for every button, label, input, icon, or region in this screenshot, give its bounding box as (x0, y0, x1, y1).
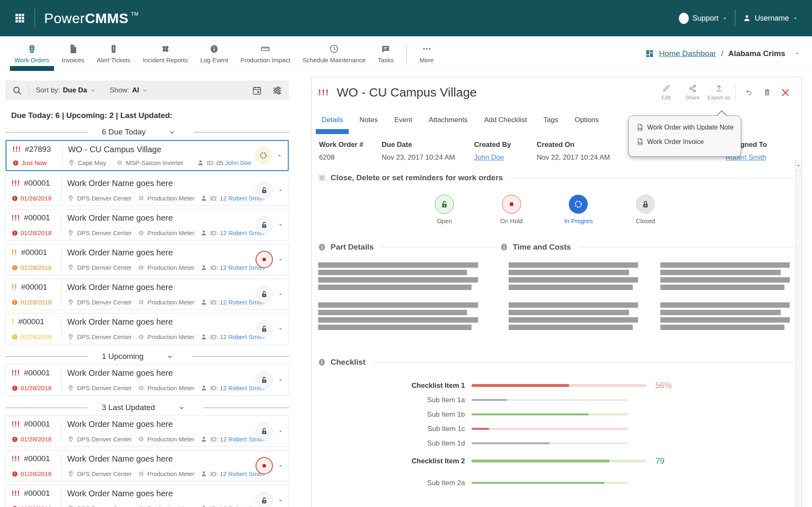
export-as-button[interactable]: Export as (706, 84, 732, 101)
work-order-title: Work Order Name goes here (67, 213, 252, 223)
work-order-card[interactable]: !!!#27893Just NowWO - CU Campus VillageC… (5, 140, 289, 171)
nav-item-alert-tickets[interactable]: Alert Tickets (91, 36, 137, 71)
close-button[interactable] (776, 87, 795, 98)
alert-badge-icon (12, 160, 19, 166)
work-order-card[interactable]: !!#0000101/28/2018Work Order Name goes h… (5, 278, 289, 310)
tab-tags[interactable]: Tags (543, 116, 558, 126)
work-order-card[interactable]: !#0000101/28/2018Work Order Name goes he… (5, 313, 289, 344)
sort-by-dropdown[interactable]: Sort by: Due Da (36, 86, 96, 94)
nav-item-log-event[interactable]: Log Event (194, 36, 235, 71)
user-menu[interactable]: Username (743, 14, 798, 23)
due-date-text: 01/28/2018 (21, 470, 52, 477)
group-header[interactable]: 6 Due Today (5, 124, 289, 140)
on-hold-icon[interactable] (256, 251, 273, 268)
priority-indicator: !! (12, 283, 17, 292)
detail-scrollbar[interactable] (795, 160, 801, 507)
work-order-title: Work Order Name goes here (67, 179, 252, 188)
calendar-icon[interactable] (252, 85, 262, 96)
field-value[interactable]: John Doe (474, 153, 537, 162)
tab-notes[interactable]: Notes (359, 116, 378, 126)
meter-icon (138, 264, 145, 271)
skeleton-bar (509, 285, 633, 290)
work-order-card[interactable]: !!!#0000101/28/2018Work Order Name goes … (5, 415, 289, 447)
nav-label: Alert Tickets (97, 57, 131, 64)
work-order-card[interactable]: !!!#0000101/28/2018Work Order Name goes … (5, 485, 289, 507)
tab-attachments[interactable]: Attachments (429, 116, 468, 126)
edit-button[interactable]: Edit (653, 84, 679, 101)
nav-item-invoices[interactable]: Invoices (56, 36, 91, 71)
scroll-up-arrow[interactable] (796, 160, 801, 171)
person-icon (197, 159, 204, 166)
caret-down-icon (277, 257, 284, 263)
pin-icon (67, 436, 74, 443)
export-menu-item[interactable]: PDFWork Order with Update Note (636, 123, 733, 131)
detail-two-column-headers: Part Details Time and Costs (317, 243, 795, 252)
undo-button[interactable] (739, 88, 758, 97)
lock-open-icon[interactable] (256, 320, 273, 337)
work-order-card[interactable]: !!!#0000101/28/2018Work Order Name goes … (5, 209, 289, 241)
meter-icon (138, 384, 145, 391)
group-header[interactable]: 1 Upcoming (5, 349, 289, 364)
nav-item-tasks[interactable]: Tasks (372, 36, 400, 71)
tool-label: Export as (708, 94, 730, 101)
status-inprogress-button[interactable]: In Progres (559, 195, 597, 224)
nav-label: Log Event (200, 57, 228, 64)
tab-add-checklist[interactable]: Add Checklist (484, 116, 527, 126)
work-order-card[interactable]: !!!#0000101/28/2018Work Order Name goes … (5, 450, 289, 481)
lock-open-icon[interactable] (256, 492, 273, 507)
location-text: DPS Denver Center (77, 299, 132, 306)
nav-label: Incident Reports (143, 57, 188, 64)
field-value: Nov 22, 2017 10:24 AM (537, 153, 628, 162)
tab-event[interactable]: Event (394, 116, 412, 126)
nav-item-work-orders[interactable]: Work Orders (8, 36, 56, 71)
due-date: Just Now (12, 159, 57, 166)
card-divider (61, 489, 62, 507)
person-icon (200, 333, 207, 340)
nav-item-schedule-maintenance[interactable]: Schedule Maintenance (296, 36, 372, 71)
lock-open-icon[interactable] (256, 285, 273, 303)
status-onhold-button[interactable]: On Hold (493, 195, 530, 224)
header-vertical-separator (735, 9, 735, 27)
chevron-down-icon (169, 129, 176, 136)
trash-button[interactable] (758, 88, 776, 97)
status-closed-button[interactable]: Closed (627, 195, 664, 224)
app-header: PowerCMMSTM Support Username (0, 0, 812, 36)
tab-options[interactable]: Options (575, 116, 599, 126)
lock-open-icon[interactable] (256, 371, 273, 389)
lock-open-icon[interactable] (256, 216, 273, 233)
nav-item-production-impact[interactable]: Production Impact (234, 36, 296, 71)
app-launcher-grid-icon[interactable] (14, 12, 26, 24)
status-open-button[interactable]: Open (425, 195, 463, 224)
card-divider (61, 283, 62, 306)
assignee-link[interactable]: John Doe (225, 159, 251, 166)
skeleton-bar (318, 317, 478, 323)
group-label: 1 Upcoming (102, 352, 143, 361)
filter-sliders-icon[interactable] (272, 85, 282, 96)
search-icon[interactable] (12, 85, 22, 96)
list-summary: Due Today: 6 | Upcoming: 2 | Last Update… (11, 111, 289, 120)
export-menu-item[interactable]: PDFWork Order Invoice (636, 138, 733, 146)
show-dropdown[interactable]: Show: Al (110, 86, 148, 94)
on-hold-icon[interactable] (256, 457, 273, 474)
work-order-card[interactable]: !!!#0000101/28/2018Work Order Name goes … (5, 175, 289, 206)
caret-down-icon[interactable] (794, 50, 800, 57)
nav-item-more[interactable]: More (413, 36, 440, 71)
support-menu[interactable]: Support (679, 13, 728, 24)
group-header[interactable]: 3 Last Updated (5, 400, 289, 415)
in-progress-icon[interactable] (255, 147, 272, 164)
breadcrumb-home-link[interactable]: Home Dashboar (659, 49, 716, 58)
tab-details[interactable]: Details (322, 116, 343, 126)
status-label: Open (437, 217, 452, 224)
nav-item-incident-reports[interactable]: Incident Reports (136, 36, 194, 71)
info-icon (317, 243, 326, 252)
work-order-card[interactable]: !!#0000101/28/2018Work Order Name goes h… (5, 244, 289, 275)
progress-bar (472, 399, 628, 401)
share-button[interactable]: Share (679, 84, 706, 101)
lock-open-icon[interactable] (256, 422, 273, 440)
work-order-card[interactable]: !!!#0000101/28/2018Work Order Name goes … (5, 364, 289, 396)
checklist-row: Sub Item 2a (317, 476, 795, 490)
work-order-title: Work Order Name goes here (67, 489, 252, 498)
chat-icon (380, 44, 391, 54)
lock-open-icon[interactable] (256, 182, 273, 199)
alert-badge-icon (12, 334, 18, 340)
